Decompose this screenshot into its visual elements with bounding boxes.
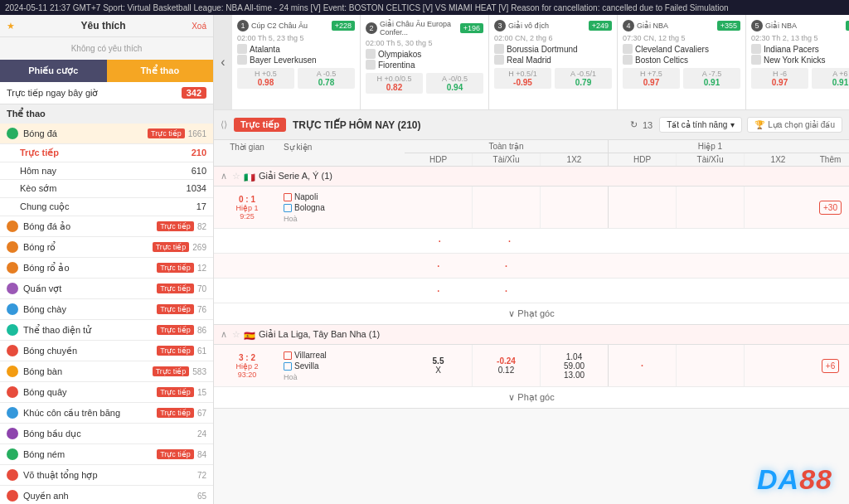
match2-tx1[interactable]: -0.24 0.12 [473, 345, 541, 386]
match2-hdp2[interactable]: · [609, 345, 677, 386]
card4-h-val: 0.97 [625, 78, 677, 87]
card4-hdp-a[interactable]: A -7.5 0.91 [683, 68, 740, 89]
fiorentina-name: Fiorentina [378, 61, 415, 70]
match1-team2: Bologna [284, 202, 401, 213]
card3-time: 02:00 CN, 2 thg 6 [494, 34, 612, 42]
league-select-dropdown[interactable]: 🏆 Lựa chọn giải đấu [747, 117, 842, 133]
quanvot-live-tag: Trực tiếp [157, 284, 194, 293]
live-expand-icon[interactable]: ⟨⟩ [221, 119, 227, 130]
bongda-icon [7, 128, 18, 139]
match1-hdp2[interactable] [609, 187, 677, 228]
match2-more[interactable]: +6 [812, 345, 849, 386]
card2-team2: Fiorentina [366, 60, 483, 70]
match2-hdp1[interactable]: 5.5 X [405, 345, 473, 386]
da88-88-text: 88 [799, 463, 832, 495]
match2-1x2-2[interactable] [745, 345, 812, 386]
card5-badge: +339 [846, 21, 849, 31]
card4-time: 07:30 CN, 12 thg 5 [623, 34, 740, 42]
sidebar-item-votuattonghop[interactable]: Võ thuật tổng hợp 72 [0, 465, 213, 486]
sidebar-sub-keosom[interactable]: Kèo sớm 1034 [0, 180, 213, 198]
star-icon: ★ [7, 21, 15, 32]
card3-num: 3 [494, 20, 506, 32]
cavaliers-name: Cleveland Cavaliers [635, 45, 709, 54]
bongquy-live-tag: Trực tiếp [157, 387, 194, 397]
sidebar-item-quanvot[interactable]: Quần vợt Trực tiếp 70 [0, 279, 213, 299]
seriea-chevron-icon[interactable]: ∧ [221, 171, 227, 182]
odds-nav-left[interactable]: ‹ [214, 15, 232, 109]
card5-hdp-a[interactable]: A +6 0.91 [812, 68, 849, 89]
sidebar-item-quyenanh[interactable]: Quyền anh 65 [0, 486, 213, 504]
bongro-icon [7, 241, 18, 253]
bongroao-count: 12 [197, 264, 206, 273]
sidebar-sub-chungcuoc[interactable]: Chung cuộc 17 [0, 198, 213, 216]
card3-hdp-a[interactable]: A -0.5/1 0.79 [555, 68, 612, 89]
tab-sports[interactable]: Thể thao [107, 60, 214, 82]
no-favorites-label: Không có yêu thích [0, 37, 213, 60]
sidebar-item-bongbauduc[interactable]: Bóng bầu dục 24 [0, 424, 213, 444]
sidebar-item-bongchay[interactable]: Bóng chày Trực tiếp 76 [0, 299, 213, 320]
card3-league: Giải vô địch [508, 22, 586, 30]
sidebar-item-bongda[interactable]: Bóng đá Trực tiếp 1661 [0, 124, 213, 144]
match2-1x2-1[interactable]: 1.04 59.00 13.00 [541, 345, 609, 386]
bongda-label: Bóng đá [23, 128, 148, 138]
filter-dropdown[interactable]: Tất cả tính năng ▾ [659, 117, 742, 133]
match1-hdp1[interactable] [405, 187, 473, 228]
sidebar-sub-homnay[interactable]: Hôm nay 610 [0, 162, 213, 180]
bongquy-label: Bóng quây [23, 387, 157, 397]
match2-tx2[interactable] [677, 345, 745, 386]
sidebar-favorites-header: ★ Yêu thích Xoá [0, 15, 213, 37]
card2-odds: H +0.0/0.5 0.82 A -0/0.5 0.94 [366, 73, 483, 94]
sidebar-item-khucconbang[interactable]: Khúc côn cầu trên băng Trực tiếp 67 [0, 403, 213, 424]
khucconbang-label: Khúc côn cầu trên băng [23, 408, 157, 419]
card3-header: 3 Giải vô địch +249 [494, 20, 612, 32]
match1-1x2-1[interactable] [541, 187, 609, 228]
bongchay-count: 76 [197, 305, 206, 314]
match1-more-tag[interactable]: +30 [819, 201, 842, 215]
sidebar-item-bongnem[interactable]: Bóng ném Trực tiếp 84 [0, 444, 213, 465]
match2-more-tag[interactable]: +6 [822, 359, 839, 373]
clear-favorites-button[interactable]: Xoá [192, 22, 206, 31]
tab-coupon[interactable]: Phiếu cược [0, 60, 107, 82]
italy-flag-icon: 🇮🇹 [244, 172, 255, 181]
sidebar-item-bongban[interactable]: Bóng bàn Trực tiếp 583 [0, 361, 213, 382]
match1-tx1[interactable] [473, 187, 541, 228]
league-select-label: Lựa chọn giải đấu [768, 120, 835, 129]
card1-hdp-a[interactable]: A -0.5 0.78 [298, 68, 355, 89]
card1-hdp-h[interactable]: H +0.5 0.98 [237, 68, 294, 89]
th-tx2: Tài/Xỉu [677, 153, 745, 166]
card4-hdp-h[interactable]: H +7.5 0.97 [623, 68, 680, 89]
filter-label: Tất cả tính năng [667, 120, 727, 129]
sidebar-item-bongchuyen[interactable]: Bóng chuyền Trực tiếp 61 [0, 341, 213, 361]
match1-tx2[interactable] [677, 187, 745, 228]
laliga-phat-goc-btn[interactable]: ∨ Phạt góc [214, 387, 849, 409]
laliga-chevron-icon[interactable]: ∧ [221, 329, 227, 340]
sidebar-item-esports[interactable]: Thể thao điện tử Trực tiếp 86 [0, 320, 213, 341]
realmadrid-name: Real Madrid [507, 56, 551, 65]
laliga-star-icon[interactable]: ☆ [232, 329, 240, 340]
card2-hdp-h[interactable]: H +0.0/0.5 0.82 [366, 73, 423, 94]
card2-num: 2 [366, 22, 377, 34]
sidebar-item-bongquy[interactable]: Bóng quây Trực tiếp 15 [0, 382, 213, 403]
refresh-icon[interactable]: ↻ [630, 119, 638, 130]
card2-time: 02:00 Th 5, 30 thg 5 [366, 39, 483, 47]
seriea-star-icon[interactable]: ☆ [232, 171, 240, 182]
match1-more[interactable]: +30 [812, 187, 849, 228]
dortmund-logo [494, 44, 504, 54]
sidebar-item-bongro[interactable]: Bóng rổ Trực tiếp 269 [0, 237, 213, 258]
th-1x2-1: 1X2 [541, 153, 609, 166]
sidebar-item-bongdaao[interactable]: Bóng đá ảo Trực tiếp 82 [0, 216, 213, 237]
odds-card-3: 3 Giải vô địch +249 02:00 CN, 2 thg 6 Bo… [489, 15, 618, 109]
card1-a-val: 0.78 [300, 78, 352, 87]
match1-1x2-2[interactable] [745, 187, 812, 228]
card3-hdp-h[interactable]: H +0.5/1 -0.95 [494, 68, 551, 89]
th-toan-tran: Toàn trận [405, 140, 609, 153]
seriea-phat-goc-btn[interactable]: ∨ Phạt góc [214, 303, 849, 325]
bongquy-icon [7, 386, 18, 398]
sidebar-sub-tructiep[interactable]: Trực tiếp 210 [0, 144, 213, 162]
card2-hdp-a[interactable]: A -0/0.5 0.94 [426, 73, 483, 94]
card5-hdp-h[interactable]: H -6 0.97 [751, 68, 808, 89]
cavaliers-logo [623, 44, 633, 54]
card4-h-label: H +7.5 [625, 70, 677, 78]
sidebar-item-bongroao[interactable]: Bóng rổ ảo Trực tiếp 12 [0, 258, 213, 279]
spain-flag-icon: 🇪🇸 [244, 331, 255, 339]
